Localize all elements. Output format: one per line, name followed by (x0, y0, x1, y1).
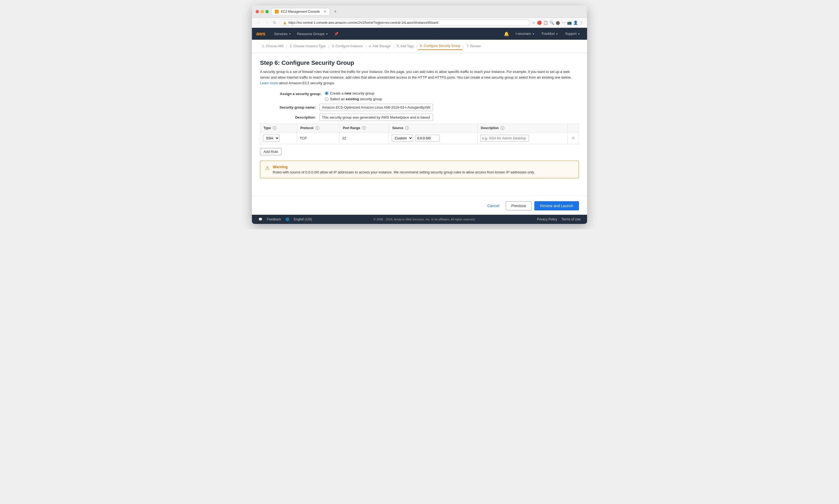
terms-of-use-link[interactable]: Terms of Use (561, 217, 581, 221)
globe-icon: 🌐 (285, 217, 290, 221)
assign-group-row: Assign a security group: Create a new se… (260, 91, 579, 101)
page-description: A security group is a set of firewall ru… (260, 69, 579, 86)
feedback-icon: 💬 (258, 217, 262, 221)
sg-name-label: Security group name: (260, 105, 319, 109)
source-info-icon[interactable]: i (405, 126, 409, 130)
browser-addressbar: ← → ↻ 🔒 https://eu-central-1.console.aws… (252, 18, 587, 28)
privacy-policy-link[interactable]: Privacy Policy (537, 217, 557, 221)
assign-label: Assign a security group: (260, 91, 325, 96)
user-chevron-icon: ▾ (533, 32, 534, 35)
nav-resource-groups[interactable]: Resource Groups ▾ (294, 28, 331, 40)
nav-support[interactable]: Support ▾ (562, 28, 583, 40)
aws-logo-text: aws (256, 31, 265, 37)
wizard-step-5[interactable]: 5. Add Tags (395, 43, 416, 50)
table-row: SSH TCP 22 Custom ✕ (260, 132, 579, 144)
menu-icon[interactable]: ⋮ (579, 20, 583, 25)
nav-region[interactable]: Frankfurt ▾ (538, 28, 561, 40)
bell-icon[interactable]: 🔔 (502, 31, 511, 36)
profile-icon[interactable]: 👤 (573, 20, 578, 25)
previous-button[interactable]: Previous (506, 201, 532, 211)
create-new-radio[interactable] (325, 92, 328, 95)
warning-title: Warning (273, 165, 535, 169)
desc-info-icon[interactable]: i (501, 126, 504, 130)
wizard-step-3[interactable]: 3. Configure Instance (330, 43, 365, 50)
pin-icon: 📌 (334, 32, 338, 36)
col-protocol: Protocol i (297, 124, 339, 132)
cidr-input[interactable] (415, 135, 439, 142)
support-chevron-icon: ▾ (578, 32, 579, 35)
learn-more-link[interactable]: Learn more (260, 81, 278, 85)
wizard-step-7[interactable]: 7. Review (465, 43, 483, 50)
language-label[interactable]: English (US) (294, 217, 312, 221)
wizard-step-1[interactable]: 1. Choose AMI (260, 43, 286, 50)
add-rule-button[interactable]: Add Rule (260, 148, 281, 155)
page-title: Step 6: Configure Security Group (260, 59, 579, 67)
port-info-icon[interactable]: i (362, 126, 366, 130)
services-chevron-icon: ▾ (289, 32, 291, 35)
bottom-bar: Cancel Previous Review and Launch (252, 196, 587, 215)
type-info-icon[interactable]: i (273, 126, 277, 130)
col-source: Source i (389, 124, 478, 132)
nav-services[interactable]: Services ▾ (271, 28, 294, 40)
tab-favicon (275, 10, 279, 14)
minimize-button[interactable] (261, 10, 264, 13)
extension-icon-4[interactable]: ⬤ (556, 20, 560, 25)
refresh-button[interactable]: ↻ (272, 20, 277, 25)
warning-box: ⚠ Warning Rules with source of 0.0.0.0/0… (260, 161, 579, 178)
type-select[interactable]: SSH (263, 134, 279, 142)
browser-window: EC2 Management Console ✕ + ← → ↻ 🔒 https… (252, 5, 587, 224)
sg-desc-label: Description: (260, 115, 319, 120)
protocol-info-icon[interactable]: i (315, 126, 319, 130)
sg-desc-input[interactable] (319, 114, 433, 121)
extension-icon-5[interactable]: ⋯ (562, 20, 565, 25)
tab-title: EC2 Management Console (281, 10, 320, 14)
feedback-label[interactable]: Feedback (267, 217, 281, 221)
lock-icon: 🔒 (283, 21, 287, 24)
review-launch-button[interactable]: Review and Launch (535, 201, 579, 211)
wizard-steps: 1. Choose AMI | 2. Choose Instance Type … (252, 40, 587, 53)
footer-right: Privacy Policy Terms of Use (537, 217, 581, 221)
select-existing-option[interactable]: Select an existing security group (325, 97, 382, 101)
forward-button[interactable]: → (264, 20, 270, 25)
select-existing-radio[interactable] (325, 97, 328, 101)
extension-icon-3[interactable]: 🔍 (549, 20, 554, 25)
aws-navbar: aws Services ▾ Resource Groups ▾ 📌 🔔 t-n… (252, 28, 587, 40)
extension-icon-1[interactable]: 🔴 (537, 20, 542, 25)
cell-remove: ✕ (567, 132, 579, 144)
traffic-lights (256, 10, 269, 13)
nav-user[interactable]: t-neumann ▾ (512, 28, 537, 40)
source-select[interactable]: Custom (392, 134, 413, 142)
url-text: https://eu-central-1.console.aws.amazon.… (289, 21, 439, 24)
warning-content: Warning Rules with source of 0.0.0.0/0 a… (273, 165, 535, 174)
warning-text: Rules with source of 0.0.0.0/0 allow all… (273, 170, 535, 174)
col-type: Type i (260, 124, 297, 132)
sg-name-input[interactable] (319, 104, 433, 111)
extension-icon-2[interactable]: 📋 (543, 20, 548, 25)
assign-options: Create a new security group Select an ex… (325, 91, 382, 101)
bookmark-icon[interactable]: ☆ (532, 20, 536, 25)
browser-actions: ☆ 🔴 📋 🔍 ⬤ ⋯ 📺 👤 ⋮ (532, 20, 583, 25)
tab-close-icon[interactable]: ✕ (324, 10, 326, 14)
wizard-step-4[interactable]: 4. Add Storage (367, 43, 393, 50)
wizard-step-6[interactable]: 6. Configure Security Group (418, 42, 462, 50)
resource-groups-chevron-icon: ▾ (326, 32, 328, 35)
back-button[interactable]: ← (256, 20, 262, 25)
maximize-button[interactable] (265, 10, 269, 13)
aws-logo[interactable]: aws (256, 31, 265, 37)
cancel-button[interactable]: Cancel (484, 201, 503, 210)
main-content: Step 6: Configure Security Group A secur… (252, 53, 587, 190)
create-new-option[interactable]: Create a new security group (325, 91, 382, 95)
close-button[interactable] (256, 10, 259, 13)
wizard-step-2[interactable]: 2. Choose Instance Type (287, 43, 328, 50)
address-bar[interactable]: 🔒 https://eu-central-1.console.aws.amazo… (279, 19, 530, 26)
warning-icon: ⚠ (265, 165, 269, 171)
remove-rule-button[interactable]: ✕ (570, 136, 576, 141)
col-description: Description i (477, 124, 567, 132)
nav-pin[interactable]: 📌 (331, 28, 342, 40)
browser-tab[interactable]: EC2 Management Console ✕ (272, 8, 330, 15)
desc-input[interactable] (480, 135, 529, 142)
cast-icon[interactable]: 📺 (567, 20, 572, 25)
browser-titlebar: EC2 Management Console ✕ + (252, 5, 587, 18)
new-tab-button[interactable]: + (332, 8, 338, 15)
cell-source: Custom (389, 132, 478, 144)
